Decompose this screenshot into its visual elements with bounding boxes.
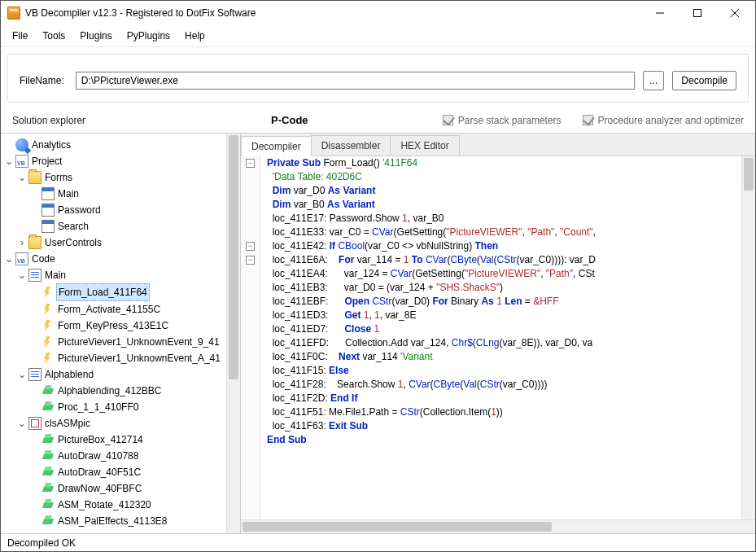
window-title: VB Decompiler v12.3 - Registered to DotF… [25,7,641,19]
tree-label: Form_KeyPress_413E1C [56,318,170,334]
editor-tabs: Decompiler Disassembler HEX Editor [241,134,755,156]
tree-project[interactable]: ⌄Project [4,153,240,169]
menu-file[interactable]: File [6,27,34,45]
decompile-button[interactable]: Decompile [672,71,736,90]
code-line: loc_411F63: Exit Sub [241,419,755,433]
form-icon [42,204,55,217]
public-icon [42,498,55,511]
tree-proc[interactable]: ·ASM_Rotate_412320 [4,497,240,513]
code-editor[interactable]: − − − Private Sub Form_Load() '411F64 'D… [241,156,755,519]
file-panel: FileName: ... Decompile [7,54,749,103]
public-icon [42,401,55,414]
tree-clsasmpic[interactable]: ⌄clsASMpic [4,415,240,432]
menu-plugins[interactable]: Plugins [73,27,118,45]
proc-icon [42,352,55,365]
pcode-label: P-Code [271,114,308,126]
expander-icon[interactable]: ⌄ [17,267,27,283]
tree-proc[interactable]: ·ASM_PalEffects_4113E8 [4,513,240,529]
code-line: loc_411F15: Else [241,364,755,378]
tree-form-item[interactable]: ·Search [4,218,240,234]
tree-form-item[interactable]: ·Password [4,202,240,218]
tree-scrollbar[interactable] [226,134,240,533]
expander-icon[interactable]: ⌄ [4,251,14,267]
tree-label: Proc_1_1_410FF0 [56,399,140,415]
svg-rect-1 [694,10,701,17]
menu-pyplugins[interactable]: PyPlugins [120,27,177,45]
expander-icon[interactable]: ⌄ [17,169,27,186]
filename-input[interactable] [76,72,636,90]
tree-form-item[interactable]: ·Main [4,186,240,202]
editor-vscrollbar[interactable] [741,156,755,519]
app-icon [7,7,20,20]
analytics-icon [15,138,28,151]
tree-proc[interactable]: ·Alphablending_412BBC [4,383,240,399]
tree-alphablend[interactable]: ⌄Alphablend [4,366,240,383]
code-line: loc_411ED7: Close 1 [241,322,755,336]
menu-help[interactable]: Help [178,27,212,45]
code-line: loc_411F0C: Next var_114 'Variant [241,350,755,364]
tree-label: Code [30,251,57,267]
tree-label: AutoDraw_40F51C [56,464,142,480]
sub-bar: Solution explorer P-Code Parse stack par… [1,109,755,133]
tree-forms[interactable]: ⌄Forms [4,169,240,186]
fold-icon[interactable]: − [246,242,255,251]
expander-icon[interactable]: ⌄ [4,153,14,169]
fold-icon[interactable]: − [246,256,255,265]
status-bar: Decompiled OK [1,533,755,551]
tree-main[interactable]: ⌄Main [4,267,240,283]
editor-hscrollbar[interactable] [241,519,755,533]
code-line: loc_411F2D: End If [241,392,755,405]
tree-code[interactable]: ⌄Code [4,251,240,267]
class-icon [28,417,42,430]
fold-icon[interactable]: − [246,159,255,168]
tree-proc-form-load[interactable]: ·Form_Load_411F64 [4,283,240,301]
tree-proc[interactable]: ·PictureViever1_UnknownEvent_9_41 [4,334,240,350]
code-line: loc_411E33: var_C0 = CVar(GetSetting("Pi… [241,226,755,239]
code-line: loc_411EBF: Open CStr(var_D0) For Binary… [241,295,755,309]
tree-proc[interactable]: ·DrawNow_40FBFC [4,480,240,497]
expander-icon[interactable]: ⌄ [17,366,27,383]
tree-label: Form_Activate_41155C [56,301,162,318]
folder-icon [28,236,42,249]
proc-analyzer-checkbox[interactable]: Procedure analyzer and optimizer [583,115,744,126]
tree-proc[interactable]: ·AutoDraw_410788 [4,448,240,464]
tree-proc[interactable]: ·PictureViever1_UnknownEvent_A_41 [4,350,240,366]
tree-label: Form_Load_411F64 [56,283,150,301]
expander-icon[interactable]: › [17,234,27,251]
tab-hex[interactable]: HEX Editor [390,135,459,156]
proc-icon [42,335,55,348]
code-line: loc_411EA4: var_124 = CVar(GetSetting("P… [241,267,755,281]
editor-gutter: − − − [241,156,260,519]
public-icon [42,482,55,495]
code-line: loc_411ED3: Get 1, 1, var_8E [241,309,755,322]
tree-proc[interactable]: ·Form_Activate_41155C [4,301,240,318]
menubar: File Tools Plugins PyPlugins Help [1,25,755,47]
tree-analytics[interactable]: ▾Analytics [4,137,240,153]
code-line: End Sub [241,433,755,447]
code-line: loc_411E42: If CBool(var_C0 <> vbNullStr… [241,239,755,253]
parse-stack-label: Parse stack parameters [458,115,562,126]
parse-stack-checkbox[interactable]: Parse stack parameters [443,115,562,126]
tree-usercontrols[interactable]: ›UserControls [4,234,240,251]
filename-label: FileName: [20,75,64,86]
code-line: Private Sub Form_Load() '411F64 [241,156,755,170]
tree-label: Forms [43,169,74,186]
minimize-button[interactable] [641,1,679,25]
code-line: loc_411E17: Password.Show 1, var_B0 [241,212,755,226]
expander-icon[interactable]: ⌄ [17,415,27,432]
proc-icon [42,319,55,332]
tree-proc[interactable]: ·AutoDraw_40F51C [4,464,240,480]
check-icon [443,115,453,125]
tab-disassembler[interactable]: Disassembler [311,135,391,156]
code-line: loc_411E6A: For var_114 = 1 To CVar(CByt… [241,253,755,267]
tab-decompiler[interactable]: Decompiler [241,136,312,156]
close-button[interactable] [716,1,754,25]
solution-explorer[interactable]: ▾Analytics ⌄Project ⌄Forms ·Main ·Passwo… [1,134,241,533]
module-icon [28,269,42,282]
browse-button[interactable]: ... [643,71,664,90]
menu-tools[interactable]: Tools [36,27,72,45]
tree-proc[interactable]: ·Proc_1_1_410FF0 [4,399,240,415]
tree-proc[interactable]: ·PictureBox_412714 [4,432,240,448]
tree-proc[interactable]: ·Form_KeyPress_413E1C [4,318,240,334]
maximize-button[interactable] [679,1,716,25]
